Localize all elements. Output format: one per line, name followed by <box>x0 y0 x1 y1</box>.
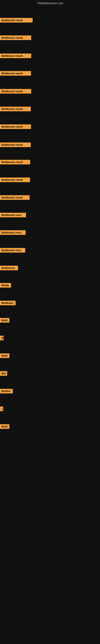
bottleneck-bar-15: Bottleneck <box>0 266 18 270</box>
bottleneck-bar-19: B <box>0 336 3 340</box>
bottleneck-bar-14: Bottleneck resu <box>0 248 25 252</box>
site-title-text: TheBottlenecker.com <box>37 2 63 5</box>
bottleneck-bar-18: Bottl <box>0 318 9 322</box>
bottleneck-bar-7: Bottleneck result <box>0 124 31 129</box>
bottleneck-bar-16: Bottle <box>0 283 11 288</box>
bottleneck-bar-10: Bottleneck result <box>0 178 30 182</box>
bottleneck-bar-24: Bottl <box>0 424 9 429</box>
bottleneck-bar-6: Bottleneck result <box>0 107 31 111</box>
bottleneck-bar-11: Bottleneck result <box>0 195 30 200</box>
bottleneck-bar-8: Bottleneck result <box>0 142 31 147</box>
bottleneck-bar-4: Bottleneck result <box>0 71 31 76</box>
bars-container: Bottleneck resultBottleneck resultBottle… <box>0 6 100 644</box>
site-title: TheBottlenecker.com <box>0 0 100 6</box>
bottleneck-bar-22: Bottlen <box>0 389 13 394</box>
bottleneck-bar-5: Bottleneck result <box>0 89 31 94</box>
bottleneck-bar-23: | <box>0 406 3 411</box>
bottleneck-bar-20: Bottl <box>0 354 9 358</box>
bottleneck-bar-13: Bottleneck resu <box>0 230 26 235</box>
bottleneck-bar-21: Bot <box>0 371 7 376</box>
bottleneck-bar-17: Bottlenec <box>0 301 16 305</box>
bottleneck-bar-3: Bottleneck result <box>0 54 31 58</box>
bottleneck-bar-2: Bottleneck result <box>0 36 31 40</box>
bottleneck-bar-12: Bottleneck resu <box>0 213 26 217</box>
bottleneck-bar-9: Bottleneck result <box>0 160 30 164</box>
bottleneck-bar-1: Bottleneck result <box>0 18 33 22</box>
